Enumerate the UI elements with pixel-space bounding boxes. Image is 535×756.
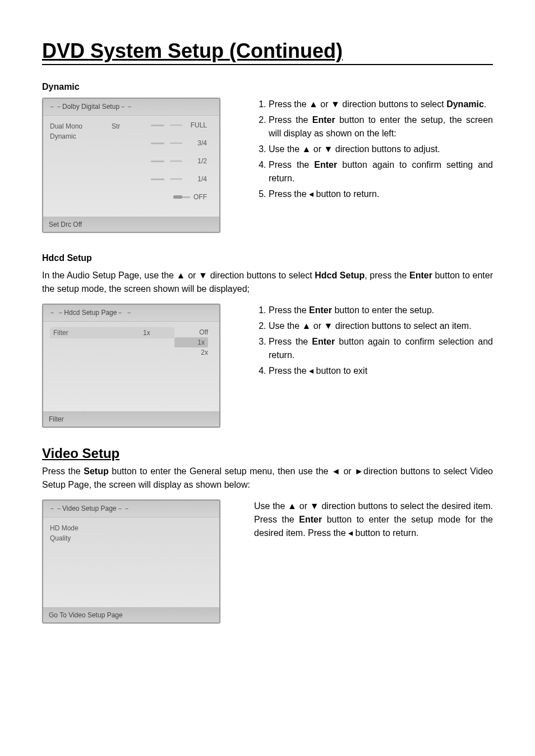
- hdcd-steps: Press the Enter button to enter the setu…: [254, 304, 493, 378]
- dolby-shot-title: －－Dolby Digital Setup－－: [43, 99, 219, 116]
- video-item-hd: HD Mode: [50, 524, 213, 532]
- drc-slider: FULL 3/4 1/2 1/4 OFF: [140, 121, 213, 211]
- video-setup-para: Use the ▲ or ▼ direction buttons to sele…: [254, 500, 493, 540]
- tick-off: OFF: [188, 193, 207, 201]
- tick-12: 1/2: [188, 157, 207, 165]
- video-item-quality: Quality: [50, 534, 213, 542]
- dual-mono-label: Dual Mono: [50, 122, 112, 130]
- dual-mono-value: Str: [112, 122, 140, 130]
- hdcd-heading: Hdcd Setup: [42, 253, 493, 263]
- dynamic-step-3: Use the ▲ or ▼ direction buttons to adju…: [269, 143, 493, 156]
- dolby-screenshot: －－Dolby Digital Setup－－ Dual Mono Str Dy…: [42, 98, 220, 233]
- dolby-shot-footer: Set Drc Off: [43, 217, 219, 232]
- filter-opt-2x: 2x: [174, 347, 208, 358]
- dynamic-step-4: Press the Enter button again to confirm …: [269, 158, 493, 185]
- video-setup-intro: Press the Setup button to enter the Gene…: [42, 465, 493, 492]
- dynamic-steps: Press the ▲ or ▼ direction buttons to se…: [254, 98, 493, 201]
- filter-opt-off: Off: [174, 327, 208, 337]
- video-setup-heading: Video Setup: [42, 446, 493, 461]
- tick-34: 3/4: [188, 139, 207, 147]
- dynamic-step-1: Press the ▲ or ▼ direction buttons to se…: [269, 98, 493, 111]
- hdcd-intro: In the Audio Setup Page, use the ▲ or ▼ …: [42, 269, 493, 296]
- hdcd-shot-title: － －Hdcd Setup Page－ －: [43, 305, 219, 322]
- filter-value: 1x: [143, 329, 171, 337]
- tick-full: FULL: [188, 121, 207, 129]
- dynamic-step-5: Press the ◂ button to return.: [269, 187, 493, 201]
- dynamic-step-2: Press the Enter button to enter the setu…: [269, 113, 493, 140]
- video-screenshot: －－Video Setup Page－－ HD Mode Quality Go …: [42, 500, 220, 624]
- video-shot-footer: Go To Video Setup Page: [43, 607, 219, 622]
- dynamic-heading: Dynamic: [42, 82, 493, 92]
- filter-opt-1x: 1x: [174, 337, 208, 347]
- video-shot-title: －－Video Setup Page－－: [43, 501, 219, 517]
- filter-label: Filter: [53, 329, 143, 337]
- hdcd-step-1: Press the Enter button to enter the setu…: [269, 304, 493, 317]
- hdcd-step-4: Press the ◂ button to exit: [269, 364, 493, 378]
- dynamic-row-label: Dynamic: [50, 132, 112, 140]
- slider-knob: [173, 195, 182, 199]
- hdcd-step-3: Press the Enter button again to confirm …: [269, 335, 493, 362]
- hdcd-shot-footer: Filter: [43, 411, 219, 427]
- hdcd-step-2: Use the ▲ or ▼ direction buttons to sele…: [269, 319, 493, 333]
- page-title: DVD System Setup (Continued): [42, 39, 493, 65]
- hdcd-screenshot: － －Hdcd Setup Page－ － Filter 1x Off 1x 2…: [42, 304, 220, 428]
- tick-14: 1/4: [188, 175, 207, 183]
- dynamic-row-value: [112, 132, 140, 140]
